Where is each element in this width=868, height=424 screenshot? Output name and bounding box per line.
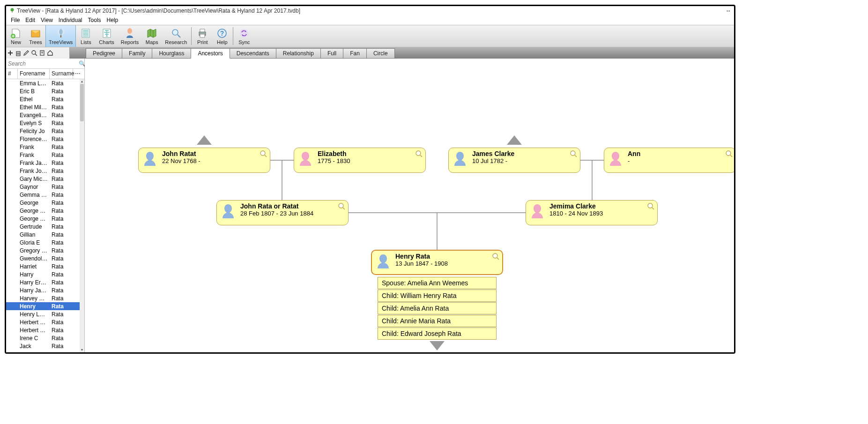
child-row[interactable]: Child: Edward Joseph Rata (378, 327, 497, 340)
research-icon (171, 28, 182, 39)
tab-circle[interactable]: Circle (366, 48, 395, 59)
person-row[interactable]: Frank Jack...Rata (6, 159, 80, 167)
toolbar-maps[interactable]: Maps (142, 25, 162, 47)
tab-family[interactable]: Family (122, 48, 152, 59)
person-row[interactable]: HenryRata (6, 302, 80, 310)
col-surname[interactable]: Surname (50, 69, 73, 79)
home-icon[interactable] (47, 50, 53, 56)
toolbar-sync[interactable]: Sync (234, 25, 254, 47)
person-row[interactable]: Eric BRata (6, 87, 80, 95)
person-row[interactable]: Harry JamesRata (6, 286, 80, 294)
edit-icon[interactable] (23, 50, 30, 56)
tab-descendants[interactable]: Descendants (230, 48, 276, 59)
toolbar-charts[interactable]: Charts (96, 25, 117, 47)
person-row[interactable]: Harvey Wil...Rata (6, 294, 80, 302)
person-row[interactable]: Evelyn SRata (6, 119, 80, 127)
toolbar-new[interactable]: New (6, 25, 26, 47)
add-icon[interactable] (7, 50, 14, 56)
restore-icon[interactable]: ↔ (726, 7, 731, 14)
toolbar-research[interactable]: Research (162, 25, 190, 47)
scroll-thumb[interactable] (80, 84, 84, 121)
magnify-icon[interactable] (725, 150, 733, 157)
nav-up-icon[interactable] (197, 135, 212, 145)
delete-icon[interactable] (15, 50, 22, 56)
magnify-icon[interactable] (570, 150, 577, 157)
menu-tools[interactable]: Tools (85, 16, 104, 24)
toolbar-trees[interactable]: Trees (26, 25, 45, 47)
magnify-icon[interactable] (260, 150, 267, 157)
toolbar-print[interactable]: Print (193, 25, 212, 47)
child-row[interactable]: Child: William Henry Rata (378, 290, 497, 302)
scroll-down-icon[interactable]: ▾ (80, 348, 84, 352)
people-scrollbar[interactable]: ▴ ▾ (80, 79, 84, 352)
person-row[interactable]: JackRata (6, 342, 80, 350)
menu-edit[interactable]: Edit (22, 16, 38, 24)
person-node[interactable]: Henry Rata13 Jun 1847 - 1908 (371, 250, 503, 275)
spouse-row[interactable]: Spouse: Amelia Ann Weemes (378, 277, 497, 289)
person-row[interactable]: FrankRata (6, 151, 80, 159)
toolbar-help[interactable]: ?Help (212, 25, 232, 47)
person-row[interactable]: Gwendoline JRata (6, 254, 80, 262)
person-row[interactable]: GeorgeRata (6, 199, 80, 207)
person-node[interactable]: John Ratat22 Nov 1768 - (138, 148, 270, 173)
person-row[interactable]: HarryRata (6, 270, 80, 278)
person-row[interactable]: Gloria ERata (6, 238, 80, 246)
menu-view[interactable]: View (38, 16, 56, 24)
person-node[interactable]: Jemima Clarke1810 - 24 Nov 1893 (526, 200, 658, 225)
person-row[interactable]: Evangeline...Rata (6, 111, 80, 119)
child-row[interactable]: Child: Amelia Ann Rata (378, 302, 497, 314)
person-row[interactable]: Emma LouiseRata (6, 79, 80, 87)
person-row[interactable]: FrankRata (6, 143, 80, 151)
search-icon[interactable] (31, 50, 37, 56)
nav-up-icon[interactable] (507, 135, 522, 145)
toolbar-treeviews[interactable]: TreeViews (45, 25, 76, 47)
menu-help[interactable]: Help (104, 16, 121, 24)
person-row[interactable]: GillianRata (6, 231, 80, 238)
export-icon[interactable] (39, 50, 45, 56)
nav-down-icon[interactable] (430, 341, 445, 350)
magnify-icon[interactable] (492, 253, 499, 260)
person-row[interactable]: Gemma Lo...Rata (6, 191, 80, 199)
toolbar-reports[interactable]: Reports (118, 25, 142, 47)
tree-canvas[interactable]: John Ratat22 Nov 1768 -Elizabeth1775 - 1… (85, 59, 734, 352)
tab-relationship[interactable]: Relationship (276, 48, 321, 59)
col-forename[interactable]: Forename (18, 69, 50, 79)
magnify-icon[interactable] (647, 202, 654, 210)
person-row[interactable]: HarrietRata (6, 262, 80, 270)
person-node[interactable]: Ann- (604, 148, 734, 173)
person-node[interactable]: John Rata or Ratat28 Feb 1807 - 23 Jun 1… (216, 200, 349, 225)
person-row[interactable]: Henry LeslieRata (6, 310, 80, 318)
magnify-icon[interactable] (415, 150, 423, 157)
tab-fan[interactable]: Fan (343, 48, 367, 59)
person-node[interactable]: James Clarke10 Jul 1782 - (448, 148, 580, 173)
tab-pedigree[interactable]: Pedigree (86, 48, 122, 59)
col-extra[interactable]: ⋯ (73, 69, 80, 79)
person-row[interactable]: Herbert JohnRata (6, 326, 80, 334)
search-input[interactable] (8, 60, 79, 67)
tab-hourglass[interactable]: Hourglass (152, 48, 191, 59)
person-row[interactable]: George TerryRata (6, 215, 80, 223)
col-num[interactable]: # (6, 69, 18, 79)
toolbar-lists[interactable]: Lists (76, 25, 96, 47)
person-row[interactable]: Florence M...Rata (6, 135, 80, 143)
magnify-icon[interactable] (338, 202, 345, 210)
child-row[interactable]: Child: Annie Maria Rata (378, 315, 497, 327)
menu-individual[interactable]: Individual (56, 16, 85, 24)
tab-full[interactable]: Full (320, 48, 343, 59)
person-row[interactable]: Gary MichaelRata (6, 175, 80, 183)
person-row[interactable]: EthelRata (6, 95, 80, 103)
tab-ancestors[interactable]: Ancestors (191, 48, 230, 59)
person-row[interactable]: GertrudeRata (6, 223, 80, 231)
person-node[interactable]: Elizabeth1775 - 1830 (294, 148, 426, 173)
person-row[interactable]: Gregory PaulRata (6, 246, 80, 254)
person-row[interactable]: Frank JohnRata (6, 167, 80, 175)
person-row[interactable]: Harry ErnestRata (6, 278, 80, 286)
person-row[interactable]: George Ch...Rata (6, 207, 80, 215)
person-row[interactable]: GaynorRata (6, 183, 80, 191)
scroll-up-icon[interactable]: ▴ (80, 79, 84, 84)
person-row[interactable]: Felicity JoRata (6, 127, 80, 135)
menu-file[interactable]: File (8, 16, 22, 24)
person-row[interactable]: Ethel MillicentRata (6, 103, 80, 111)
person-row[interactable]: Irene CRata (6, 334, 80, 342)
person-row[interactable]: Herbert Ch...Rata (6, 318, 80, 326)
